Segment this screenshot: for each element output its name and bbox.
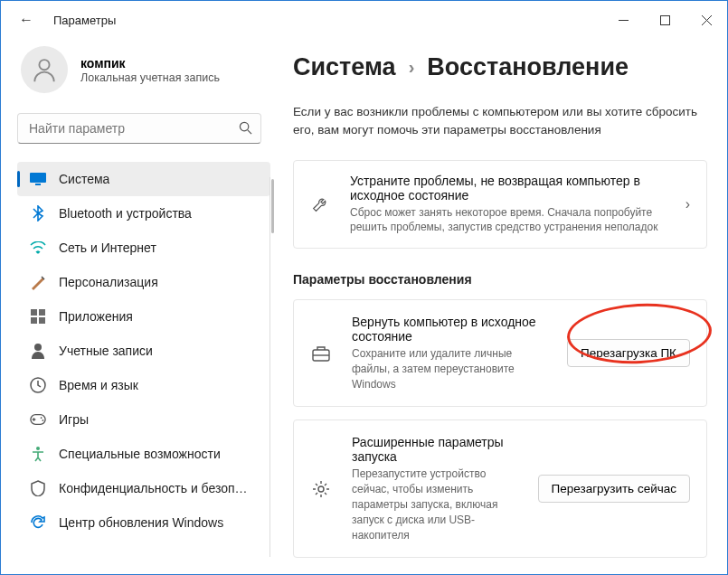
sidebar-item-label: Персонализация [59,275,158,289]
search-icon [239,121,252,138]
tips-card[interactable]: Устраните проблемы, не возвращая компьют… [293,160,707,250]
privacy-icon [30,480,46,496]
network-icon [30,240,46,256]
svg-rect-1 [660,15,669,24]
sidebar-item-label: Конфиденциальность и безопасность [59,481,249,495]
svg-rect-11 [39,309,45,316]
breadcrumb: Система › Восстановление [293,53,707,81]
sidebar-item-apps[interactable]: Приложения [17,299,270,334]
page-description: Если у вас возникли проблемы с компьютер… [293,103,707,140]
tips-card-title: Устраните проблемы, не возвращая компьют… [350,174,667,203]
option-title: Расширенные параметры запуска [352,435,518,464]
svg-point-5 [240,122,248,130]
sidebar-item-label: Время и язык [59,378,138,392]
sidebar-item-personalization[interactable]: Персонализация [17,265,270,299]
sidebar-item-label: Сеть и Интернет [59,240,156,255]
option-icon [310,344,332,363]
minimize-button[interactable] [602,1,644,39]
chevron-right-icon: › [685,196,690,212]
sidebar-scrollbar[interactable] [271,179,274,233]
svg-point-4 [39,60,49,70]
option-desc: Перезапустите устройство сейчас, чтобы и… [352,467,518,542]
avatar-icon [21,46,68,93]
option-button[interactable]: Перезагрузить сейчас [538,475,690,503]
back-button[interactable]: ← [19,12,33,28]
sidebar-item-gaming[interactable]: Игры [17,402,270,437]
wrench-icon [310,194,332,214]
svg-rect-12 [31,317,37,324]
sidebar-item-bluetooth[interactable]: Bluetooth и устройства [17,196,270,231]
svg-line-6 [248,130,251,134]
sidebar-item-label: Учетные записи [59,344,153,358]
recovery-option: Расширенные параметры запускаПерезапусти… [293,419,707,558]
chevron-right-icon: › [409,57,415,78]
user-profile[interactable]: компик Локальная учетная запись [17,46,277,93]
svg-point-9 [37,251,40,254]
svg-point-17 [41,417,43,419]
recovery-option: Вернуть компьютер в исходное состояниеСо… [293,299,707,407]
account-type: Локальная учетная запись [80,71,220,84]
sidebar-item-system[interactable]: Система [17,162,270,196]
option-icon [310,479,332,499]
svg-rect-13 [39,317,45,324]
personalization-icon [30,274,46,290]
bluetooth-icon [30,205,46,222]
breadcrumb-current: Восстановление [427,53,629,81]
svg-rect-10 [31,309,37,316]
maximize-button[interactable] [644,1,685,39]
svg-point-21 [318,486,324,492]
window-title: Параметры [53,14,116,27]
accounts-icon [30,343,46,359]
sidebar-item-label: Специальные возможности [59,447,221,461]
apps-icon [30,308,46,325]
svg-rect-7 [30,173,46,183]
search-input[interactable] [17,113,261,144]
close-button[interactable] [685,1,727,39]
section-title: Параметры восстановления [293,272,707,287]
sidebar-item-accessibility[interactable]: Специальные возможности [17,437,270,471]
svg-rect-8 [35,184,41,185]
accessibility-icon [30,446,46,462]
svg-point-14 [34,344,42,351]
system-icon [30,171,46,187]
sidebar-item-accounts[interactable]: Учетные записи [17,334,270,368]
option-title: Вернуть компьютер в исходное состояние [352,315,547,344]
sidebar-item-label: Центр обновления Windows [59,515,223,530]
svg-point-18 [43,419,44,421]
update-icon [30,514,46,531]
sidebar-item-label: Bluetooth и устройства [59,206,192,221]
svg-point-19 [36,447,40,450]
sidebar-divider [269,177,270,557]
sidebar-item-update[interactable]: Центр обновления Windows [17,505,270,540]
sidebar-item-privacy[interactable]: Конфиденциальность и безопасность [17,471,270,505]
tips-card-desc: Сброс может занять некоторое время. Снач… [350,205,667,236]
option-button[interactable]: Перезагрузка ПК [567,339,690,367]
sidebar-item-time[interactable]: Время и язык [17,368,270,402]
gaming-icon [30,411,46,428]
sidebar-item-label: Приложения [59,309,133,324]
option-desc: Сохраните или удалите личные файлы, а за… [352,346,547,391]
time-icon [30,377,46,393]
sidebar-item-label: Система [59,172,109,186]
sidebar-item-network[interactable]: Сеть и Интернет [17,231,270,265]
user-name: компик [80,56,220,71]
sidebar-item-label: Игры [59,412,89,427]
breadcrumb-parent[interactable]: Система [293,53,396,81]
